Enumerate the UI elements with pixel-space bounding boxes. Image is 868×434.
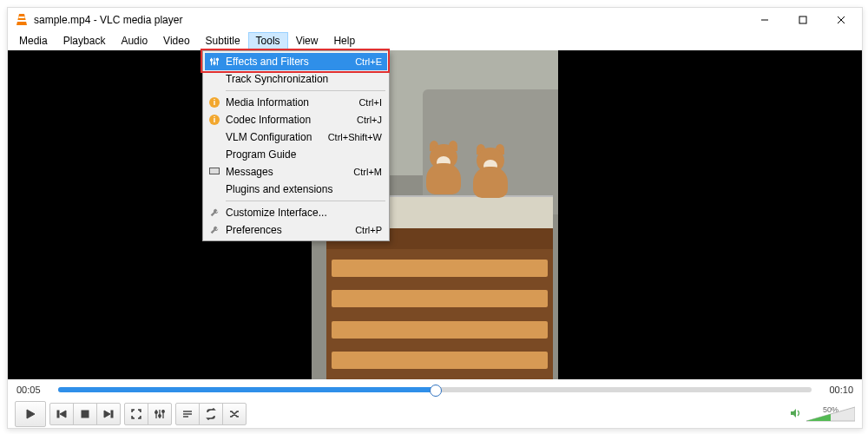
menu-audio[interactable]: Audio: [113, 32, 155, 49]
playlist-button[interactable]: [175, 403, 200, 425]
menuitem-vlm-configuration[interactable]: VLM ConfigurationCtrl+Shift+W: [205, 128, 387, 146]
menu-playback[interactable]: Playback: [56, 32, 114, 49]
wrench-icon: [207, 207, 222, 218]
menu-video[interactable]: Video: [155, 32, 197, 49]
video-area[interactable]: [8, 50, 862, 379]
tools-menu-dropdown: Effects and FiltersCtrl+ETrack Synchroni…: [202, 50, 390, 241]
random-button[interactable]: [222, 403, 247, 425]
svg-point-16: [155, 411, 158, 414]
menuitem-media-information[interactable]: iMedia InformationCtrl+I: [205, 94, 387, 111]
seek-slider[interactable]: [58, 387, 812, 392]
svg-rect-12: [111, 411, 113, 418]
svg-rect-2: [19, 16, 25, 18]
window-title: sample.mp4 - VLC media player: [34, 14, 182, 26]
menuitem-preferences[interactable]: PreferencesCtrl+P: [205, 221, 387, 239]
menu-tools[interactable]: Tools: [248, 32, 288, 49]
svg-rect-4: [799, 16, 806, 23]
stop-button[interactable]: [73, 403, 97, 425]
svg-rect-10: [82, 411, 89, 418]
svg-marker-0: [16, 14, 27, 25]
wrench-icon: [207, 225, 222, 235]
menuitem-messages[interactable]: MessagesCtrl+M: [205, 163, 387, 181]
menu-subtitle[interactable]: Subtitle: [198, 32, 248, 49]
loop-button[interactable]: [199, 403, 223, 425]
svg-point-30: [216, 58, 218, 60]
svg-rect-1: [17, 20, 26, 22]
previous-button[interactable]: [49, 403, 74, 425]
menuitem-program-guide[interactable]: Program Guide: [205, 146, 387, 163]
info-icon: i: [207, 115, 222, 125]
menuitem-effects-and-filters[interactable]: Effects and FiltersCtrl+E: [205, 53, 387, 70]
seek-row: 00:05 00:10: [8, 379, 862, 400]
mute-icon[interactable]: [789, 407, 801, 422]
menuitem-track-synchronization[interactable]: Track Synchronization: [205, 70, 387, 88]
svg-point-29: [214, 62, 215, 64]
fullscreen-button[interactable]: [124, 403, 148, 425]
menu-view[interactable]: View: [288, 32, 326, 49]
vlc-logo-icon: [15, 13, 29, 27]
menu-help[interactable]: Help: [326, 32, 363, 49]
time-elapsed: 00:05: [16, 385, 51, 395]
menuitem-codec-information[interactable]: iCodec InformationCtrl+J: [205, 111, 387, 128]
sliders-icon: [207, 56, 222, 67]
info-icon: i: [207, 97, 222, 108]
menuitem-plugins-and-extensions[interactable]: Plugins and extensions: [205, 181, 387, 198]
svg-marker-7: [27, 410, 35, 418]
play-button[interactable]: [15, 401, 46, 427]
controls-bar: 50%: [8, 400, 862, 428]
svg-point-18: [162, 411, 165, 413]
minimize-button[interactable]: [746, 8, 784, 32]
svg-point-17: [159, 415, 161, 418]
menu-media[interactable]: Media: [11, 32, 56, 49]
svg-point-28: [210, 59, 212, 61]
menubar: MediaPlaybackAudioVideoSubtitleToolsView…: [8, 32, 862, 50]
time-total: 00:10: [819, 385, 853, 395]
extended-settings-button[interactable]: [148, 403, 172, 425]
titlebar: sample.mp4 - VLC media player: [8, 8, 862, 32]
svg-marker-9: [60, 411, 66, 418]
msg-icon: [207, 168, 222, 176]
next-button[interactable]: [96, 403, 121, 425]
maximize-button[interactable]: [784, 8, 822, 32]
volume-slider[interactable]: [806, 405, 855, 423]
svg-marker-11: [104, 411, 110, 418]
svg-marker-22: [791, 409, 796, 418]
close-button[interactable]: [822, 8, 860, 32]
menuitem-customize-interface[interactable]: Customize Interface...: [205, 204, 387, 221]
svg-rect-8: [57, 411, 59, 418]
svg-rect-32: [210, 168, 219, 174]
